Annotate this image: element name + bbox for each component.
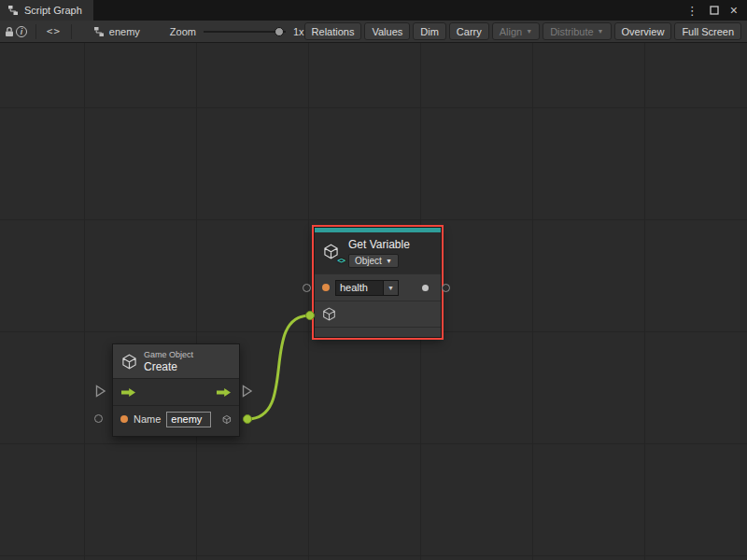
maximize-icon[interactable]: [710, 3, 719, 18]
variable-name-row: ▼: [315, 273, 441, 301]
dim-button[interactable]: Dim: [413, 22, 446, 40]
overview-button[interactable]: Overview: [614, 22, 672, 40]
flow-arrow-icon[interactable]: [120, 387, 136, 398]
node-title: Get Variable: [348, 238, 410, 251]
scope-dropdown[interactable]: Object ▼: [348, 254, 399, 268]
zoom-slider-handle[interactable]: [275, 27, 284, 36]
node-get-variable-header[interactable]: <> Get Variable Object ▼: [315, 232, 441, 273]
code-overlay-icon: <>: [337, 257, 345, 265]
value-port-dot[interactable]: [120, 415, 128, 423]
name-input[interactable]: [166, 412, 211, 427]
chevron-down-icon: ▼: [598, 28, 604, 35]
getvariable-object-input-port[interactable]: [305, 311, 315, 320]
cube-icon: [121, 354, 137, 370]
variable-cube-icon: <>: [323, 244, 342, 262]
carry-button[interactable]: Carry: [449, 22, 489, 40]
zoom-slider[interactable]: [204, 25, 286, 38]
name-label: Name: [134, 413, 161, 425]
fullscreen-button[interactable]: Full Screen: [674, 22, 741, 40]
object-port-cube-icon[interactable]: [322, 307, 336, 321]
distribute-dropdown[interactable]: Distribute ▼: [543, 22, 611, 40]
zoom-value: 1x: [293, 26, 304, 37]
toolbar-buttons: Relations Values Dim Carry Align ▼ Distr…: [304, 22, 743, 40]
zoom-control: Zoom 1x: [170, 25, 304, 38]
node-get-variable-titles: Get Variable Object ▼: [348, 238, 410, 268]
align-dropdown[interactable]: Align ▼: [492, 22, 540, 40]
create-flow-output-port[interactable]: [242, 385, 253, 398]
info-icon: i: [16, 26, 27, 37]
graph-toolbar: i <> enemy Zoom 1x Relations Values: [0, 21, 747, 43]
connection-wire[interactable]: [247, 315, 310, 419]
graph-reference[interactable]: enemy: [93, 26, 140, 37]
toolbar-separator: [71, 24, 72, 39]
lock-icon: [4, 26, 15, 37]
graph-asset-icon: [93, 26, 105, 37]
node-category: Game Object: [144, 350, 193, 360]
node-get-variable[interactable]: <> Get Variable Object ▼ ▼: [314, 227, 442, 338]
getvariable-value-output-port[interactable]: [442, 284, 450, 292]
object-port-row: [315, 301, 441, 327]
graph-canvas[interactable]: Game Object Create Name: [0, 43, 747, 560]
variable-name-field: ▼: [335, 280, 399, 296]
node-title: Create: [144, 360, 193, 373]
create-name-input-port[interactable]: [94, 414, 103, 423]
window-controls: ⋮ ×: [677, 0, 747, 21]
node-create-header[interactable]: Game Object Create: [113, 344, 239, 378]
tab-script-graph[interactable]: Script Graph: [0, 0, 93, 21]
toolbar-separator: [35, 24, 36, 39]
name-port-row: Name: [113, 405, 239, 432]
titlebar: Script Graph ⋮ ×: [0, 0, 747, 21]
code-icon: <>: [47, 25, 61, 37]
relations-button[interactable]: Relations: [304, 22, 362, 40]
values-button[interactable]: Values: [364, 22, 410, 40]
node-footer: [113, 432, 239, 436]
gameobject-port-cube-icon[interactable]: [222, 413, 232, 427]
script-graph-icon: [7, 5, 19, 16]
node-footer: [315, 327, 441, 337]
variable-name-input[interactable]: [335, 280, 384, 296]
tab-title: Script Graph: [24, 5, 82, 16]
info-button[interactable]: i: [16, 22, 28, 41]
zoom-slider-track: [204, 31, 286, 33]
output-port-dot[interactable]: [422, 285, 429, 291]
node-create-titles: Game Object Create: [144, 350, 193, 373]
menu-icon[interactable]: ⋮: [686, 5, 698, 17]
create-gameobject-output-port[interactable]: [243, 414, 252, 424]
value-port-dot[interactable]: [322, 284, 330, 291]
node-create[interactable]: Game Object Create Name: [112, 343, 240, 437]
flow-arrow-icon[interactable]: [216, 387, 232, 398]
chevron-down-icon: ▼: [526, 28, 532, 35]
flow-port-row: [113, 378, 239, 405]
chevron-down-icon: ▼: [388, 285, 394, 291]
getvariable-name-input-port[interactable]: [303, 284, 311, 292]
edit-script-button[interactable]: <>: [45, 22, 63, 41]
zoom-label: Zoom: [170, 26, 196, 37]
unity-script-graph-window: Script Graph ⋮ × i <>: [0, 0, 747, 560]
chevron-down-icon: ▼: [386, 258, 392, 264]
variable-dropdown-button[interactable]: ▼: [384, 280, 399, 296]
lock-button[interactable]: [4, 22, 16, 41]
create-flow-input-port[interactable]: [95, 385, 106, 398]
graph-name-label: enemy: [109, 26, 140, 37]
close-icon[interactable]: ×: [730, 4, 738, 17]
